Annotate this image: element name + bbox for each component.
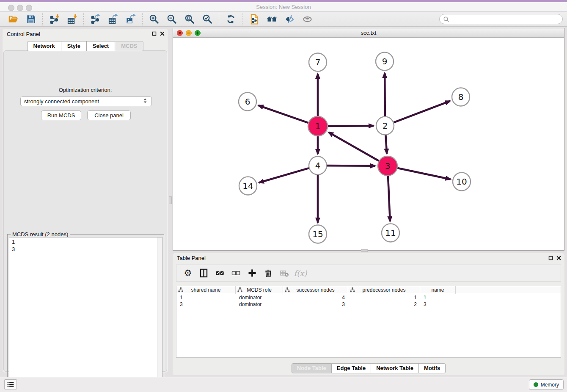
network-window-titlebar[interactable]: scc.txt (173, 28, 564, 38)
node-table: shared nameMCDS rolesuccessor nodesprede… (176, 286, 561, 358)
tab-mcds[interactable]: MCDS (115, 41, 143, 51)
horizontal-splitter-handle[interactable] (361, 249, 368, 252)
toolbar-separator (219, 13, 219, 25)
table-row[interactable]: 1dominator411 (176, 294, 561, 301)
add-button[interactable] (246, 267, 259, 279)
result-scrollbar[interactable] (157, 237, 162, 389)
table-cell: 1 (348, 294, 420, 301)
node-6[interactable]: 6 (239, 93, 256, 111)
zoom-out-button[interactable] (165, 13, 178, 25)
network-file-icon (249, 14, 259, 25)
select-all-checks-button[interactable] (214, 267, 226, 279)
save-button[interactable] (25, 13, 37, 25)
node-3[interactable]: 3 (378, 156, 397, 176)
float-panel-icon[interactable] (152, 31, 157, 36)
table-cell: 3 (420, 301, 456, 308)
columns-button[interactable] (198, 267, 210, 279)
tab-network[interactable]: Network (27, 41, 61, 51)
mcds-result-title: MCDS result (2 nodes) (11, 231, 70, 237)
app-titlebar: Session: New Session (0, 2, 567, 12)
gear-button[interactable]: ⚙ (182, 267, 194, 279)
edge-2-3[interactable] (385, 135, 387, 154)
zoom-selected-button[interactable] (201, 13, 214, 25)
column-header-MCDS-role[interactable]: MCDS role (236, 286, 283, 294)
edge-4-14[interactable] (259, 168, 309, 183)
add-icon (248, 268, 257, 278)
table-header-row: shared nameMCDS rolesuccessor nodesprede… (176, 286, 561, 294)
toolbar-separator (242, 13, 242, 25)
node-1[interactable]: 1 (308, 116, 328, 136)
zoom-in-icon (149, 14, 160, 25)
tab-style[interactable]: Style (61, 41, 87, 51)
column-header-predecessor-nodes[interactable]: predecessor nodes (348, 286, 420, 294)
open-folder-button[interactable] (7, 13, 19, 25)
refresh-button[interactable] (224, 13, 237, 25)
zoom-fit-icon (184, 14, 195, 25)
hide-eye-button[interactable] (283, 13, 296, 25)
tab-select[interactable]: Select (87, 41, 115, 51)
deselect-all-checks-button[interactable] (230, 267, 242, 279)
node-14[interactable]: 14 (239, 177, 257, 195)
delete-column-button[interactable] (278, 267, 291, 279)
node-11[interactable]: 11 (382, 224, 399, 242)
task-history-button[interactable] (4, 379, 17, 389)
node-7[interactable]: 7 (309, 53, 327, 72)
trash-button[interactable] (262, 267, 275, 279)
zoom-in-button[interactable] (148, 13, 160, 25)
close-panel-icon[interactable] (160, 31, 165, 36)
edge-1-6[interactable] (258, 105, 308, 123)
search-input[interactable] (451, 16, 559, 22)
node-label: 9 (382, 56, 388, 66)
optimization-criterion-label: Optimization criterion: (4, 87, 167, 93)
run-mcds-button[interactable]: Run MCDS (41, 110, 81, 120)
node-15[interactable]: 15 (309, 225, 327, 243)
column-header-shared-name[interactable]: shared name (176, 286, 236, 294)
column-header-successor-nodes[interactable]: successor nodes (283, 286, 348, 294)
edge-1-2[interactable] (328, 126, 374, 126)
edge-2-9[interactable] (385, 73, 385, 117)
homes-button[interactable] (265, 13, 278, 25)
node-8[interactable]: 8 (452, 88, 470, 106)
select-all-checks-icon (215, 268, 225, 278)
tab-motifs[interactable]: Motifs (419, 363, 446, 373)
close-table-panel-icon[interactable] (556, 256, 561, 260)
criterion-select[interactable]: strongly connected component (20, 97, 152, 106)
search-box[interactable] (439, 14, 563, 24)
float-table-panel-icon[interactable] (548, 256, 553, 260)
table-row[interactable]: 3dominator323 (176, 301, 561, 308)
tab-edge-table[interactable]: Edge Table (332, 363, 371, 373)
table-cell: 4 (283, 294, 348, 301)
edge-3-10[interactable] (397, 168, 451, 179)
delete-column-icon (280, 268, 289, 278)
toolbar-separator (142, 13, 143, 25)
network-file-button[interactable] (248, 13, 260, 25)
show-eye-button[interactable] (301, 13, 314, 25)
edge-2-8[interactable] (394, 101, 450, 123)
mcds-result-area[interactable]: 1 3 (9, 237, 162, 389)
export-image-button[interactable] (124, 13, 137, 25)
node-4[interactable]: 4 (309, 157, 327, 175)
network-canvas[interactable]: 7968124314101511 (173, 38, 564, 250)
zoom-fit-button[interactable] (183, 13, 196, 25)
column-header-name[interactable]: name (420, 286, 456, 294)
node-10[interactable]: 10 (453, 173, 471, 191)
edge-4-3[interactable] (327, 166, 375, 166)
network-graph[interactable]: 7968124314101511 (173, 38, 564, 250)
import-table-button[interactable] (66, 13, 78, 25)
memory-button[interactable]: Memory (529, 379, 564, 390)
node-2[interactable]: 2 (376, 117, 394, 135)
edge-3-11[interactable] (388, 176, 390, 221)
tab-node-table[interactable]: Node Table (292, 363, 332, 373)
export-network-icon (90, 14, 101, 25)
vertical-splitter-handle[interactable] (169, 196, 172, 204)
export-network-button[interactable] (89, 13, 102, 25)
tab-network-table[interactable]: Network Table (371, 363, 419, 373)
import-network-button[interactable] (48, 13, 61, 25)
edge-3-1[interactable] (328, 132, 379, 161)
node-9[interactable]: 9 (376, 52, 394, 71)
export-table-button[interactable] (107, 13, 119, 25)
table-tab-strip: Node TableEdge TableNetwork TableMotifs (173, 363, 564, 373)
close-panel-button[interactable]: Close panel (87, 110, 131, 120)
fx-button[interactable]: f(x) (294, 267, 307, 279)
column-header-label: name (431, 287, 444, 293)
